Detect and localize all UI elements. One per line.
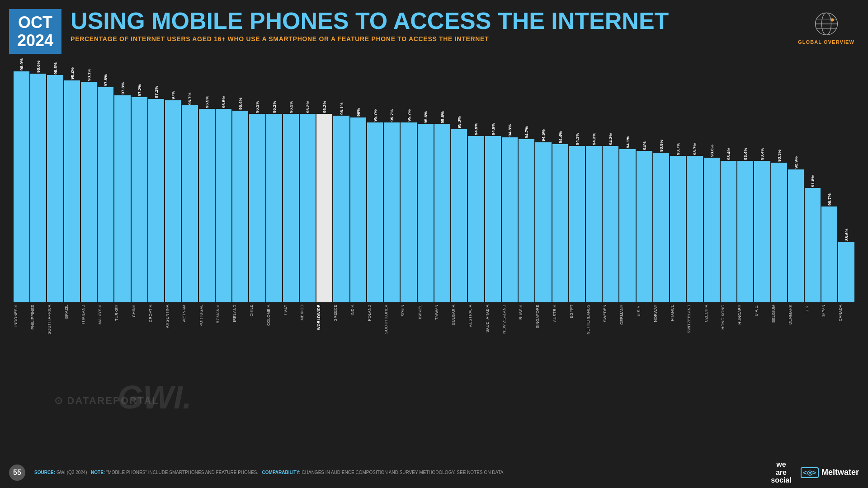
bar-value: 94.8% [507, 124, 512, 136]
bar-wrapper: 93.6% [704, 58, 720, 302]
data-bar [148, 99, 164, 303]
bar-wrapper: 96.4% [232, 58, 248, 302]
meltwater-icon: <◎> [801, 467, 819, 478]
data-bar [283, 114, 299, 302]
bar-country-label: GERMANY [619, 305, 635, 325]
data-bar [637, 151, 652, 302]
bar-country-label: VIETNAM [182, 305, 198, 323]
bar-wrapper: 97.8% [98, 58, 113, 302]
bar-value: 94.3% [591, 133, 596, 145]
bar-value: 93.7% [692, 143, 697, 155]
data-bar [401, 122, 416, 302]
bar-wrapper: 93.4% [754, 58, 770, 302]
bar-country-label: ROMANIA [216, 305, 231, 323]
bar-wrapper: 98.5% [47, 58, 63, 302]
bar-country-label: INDONESIA [14, 305, 29, 327]
bar-country-label: HONG KONG [721, 305, 736, 329]
source-text: GWI (Q2 2024) [57, 470, 87, 475]
footer-logos: wearesocial <◎> Meltwater [771, 460, 859, 484]
data-bar [569, 146, 585, 302]
bar-country-label: TAIWAN [434, 305, 450, 320]
bar-country-label: ITALY [283, 305, 299, 315]
bar-wrapper: 93.9% [653, 58, 669, 302]
bar-country-label: COLOMBIA [266, 305, 282, 326]
bar-wrapper: 95.6% [434, 58, 450, 302]
bar-wrapper: 94.7% [519, 58, 534, 302]
data-bar [434, 124, 450, 302]
data-bar [182, 105, 198, 302]
bar-wrapper: 93.4% [721, 58, 736, 302]
bar-value: 96.2% [322, 101, 327, 113]
bar-value: 95.3% [457, 116, 462, 128]
comparability-text: CHANGES IN AUDIENCE COMPOSITION AND SURV… [302, 470, 505, 475]
bar-value: 94% [642, 141, 647, 150]
bar-value: 94.3% [575, 133, 580, 145]
bar-country-label: MALAYSIA [98, 305, 113, 324]
bar-country-label: THAILAND [81, 305, 97, 324]
data-bar [350, 117, 366, 303]
bar-country-label: SAUDI ARABIA [485, 305, 501, 333]
data-bar [14, 71, 29, 302]
bar-country-label: BRAZIL [64, 305, 80, 319]
bar-country-label: BELGIUM [771, 305, 787, 323]
bar-country-label: DENMARK [788, 305, 804, 324]
bar-value: 96% [356, 108, 361, 117]
bar-wrapper: 97.1% [148, 58, 164, 302]
bar-value: 95.6% [440, 111, 445, 123]
bar-value: 98.1% [86, 69, 91, 81]
data-bar [687, 156, 703, 302]
data-bar [838, 242, 854, 302]
bar-value: 94.9% [473, 123, 478, 135]
bar-wrapper: 93.7% [687, 58, 703, 302]
bar-wrapper: 94.5% [535, 58, 551, 302]
data-bar [47, 75, 63, 302]
bar-wrapper: 94.3% [586, 58, 602, 302]
global-label: GLOBAL OVERVIEW [798, 39, 854, 45]
bar-value: 92.9% [793, 156, 798, 169]
bar-country-label: ARGENTINA [165, 305, 181, 328]
footer: 55 SOURCE: GWI (Q2 2024) NOTE: "MOBILE P… [0, 457, 868, 488]
bar-wrapper: 96.1% [333, 58, 349, 302]
bar-country-label: NEW ZEALAND [502, 305, 518, 333]
bar-value: 95.7% [389, 109, 394, 122]
bar-value: 96.5% [204, 96, 209, 108]
note-label: NOTE: [91, 470, 105, 475]
bar-value: 97.1% [154, 86, 159, 98]
bar-country-label: TURKEY [114, 305, 130, 321]
source-label: SOURCE: [34, 470, 55, 475]
bar-wrapper: 94.9% [468, 58, 484, 302]
bar-wrapper: 96.5% [199, 58, 215, 302]
bar-wrapper: 98.9% [14, 58, 29, 302]
bar-wrapper: 97% [165, 58, 181, 302]
bar-value: 93.4% [726, 148, 731, 160]
bar-country-label: EGYPT [569, 305, 585, 318]
data-bar [670, 156, 686, 302]
data-bar [98, 87, 113, 303]
bar-country-label: CANADA [838, 305, 854, 321]
bar-value: 93.4% [760, 148, 764, 160]
note-text: "MOBILE PHONES" INCLUDE SMARTPHONES AND … [106, 470, 258, 475]
data-bar [114, 95, 130, 302]
bar-country-label: CZECHIA [704, 305, 720, 322]
data-bar [266, 114, 282, 302]
bar-wrapper: 98.2% [64, 58, 80, 302]
header: OCT2024 USING MOBILE PHONES TO ACCESS TH… [0, 0, 868, 58]
bar-country-label: CROATIA [148, 305, 164, 322]
bar-wrapper: 93.3% [771, 58, 787, 302]
data-bar [81, 82, 97, 302]
labels-container: INDONESIAPHILIPPINESSOUTH AFRICABRAZILTH… [9, 302, 859, 338]
bar-country-label: AUSTRALIA [468, 305, 484, 327]
bar-country-label: MEXICO [300, 305, 316, 320]
bar-value: 96.1% [339, 103, 344, 115]
data-bar [64, 80, 80, 303]
bar-country-label: RUSSIA [519, 305, 534, 319]
bar-country-label: WORLDWIDE [316, 305, 332, 330]
data-bar [485, 136, 501, 303]
bar-value: 98.6% [36, 61, 41, 73]
bar-value: 88.6% [844, 229, 849, 241]
data-bar [30, 74, 46, 302]
bar-wrapper: 94.8% [502, 58, 518, 302]
bar-country-label: NORWAY [653, 305, 669, 322]
meltwater-logo: <◎> Meltwater [801, 467, 859, 478]
data-bar [586, 146, 602, 302]
